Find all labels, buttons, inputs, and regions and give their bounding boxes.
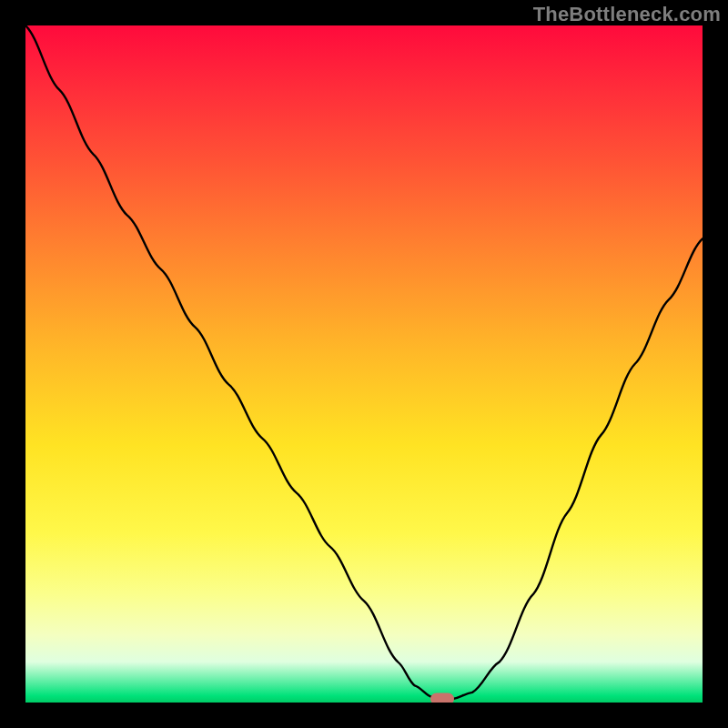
bottleneck-marker: [430, 693, 454, 703]
plot-area: [25, 25, 703, 703]
chart-frame: TheBottleneck.com: [0, 0, 728, 728]
bottleneck-curve: [25, 25, 703, 703]
watermark-label: TheBottleneck.com: [533, 3, 721, 26]
